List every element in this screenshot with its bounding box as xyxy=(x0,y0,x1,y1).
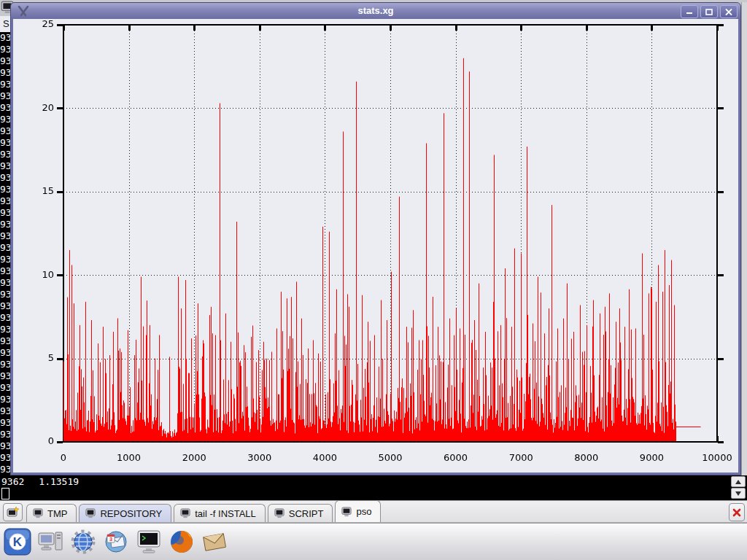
terminal-line: 93 xyxy=(0,55,10,67)
svg-text:3: 3 xyxy=(109,536,113,542)
maximize-button[interactable] xyxy=(700,5,718,18)
chart-canvas xyxy=(13,19,738,472)
desktop: S 93939393939393939393939393939393939393… xyxy=(0,0,747,560)
arrow-down-icon xyxy=(735,491,741,496)
terminal-line: 93 xyxy=(0,265,10,277)
launcher-kmail[interactable] xyxy=(200,527,229,556)
terminal-line: 93 xyxy=(0,277,10,289)
terminal-line: 93 xyxy=(0,160,10,172)
close-session-button[interactable] xyxy=(729,503,745,521)
launcher-konqueror[interactable] xyxy=(69,527,98,556)
terminal-line: 93 xyxy=(0,254,10,265)
arrow-up-icon xyxy=(735,480,741,484)
window-titlebar[interactable]: stats.xg xyxy=(11,3,740,19)
terminal-icon xyxy=(341,507,352,517)
terminal-line: 93 xyxy=(0,289,10,300)
terminal-line: 93 xyxy=(0,312,10,324)
terminal-last-line-value: 1.13519 xyxy=(39,476,79,487)
xgraph-window: stats.xg xyxy=(10,2,741,475)
kicker-panel: K3 Home - MozilGaim [2]Courrier entrpsoT… xyxy=(0,523,747,560)
terminal-output-bottom[interactable]: 93621.13519 xyxy=(0,475,747,500)
tab-tmp[interactable]: TMP xyxy=(26,504,77,522)
terminal-icon xyxy=(274,508,285,518)
terminal-line: 93 xyxy=(0,195,10,207)
launcher-firefox[interactable] xyxy=(167,527,196,556)
terminal-line: 93 xyxy=(0,347,10,359)
window-buttons xyxy=(681,5,738,18)
terminal-line: 93 xyxy=(0,394,10,405)
window-title: stats.xg xyxy=(11,3,740,19)
terminal-line: 93 xyxy=(0,417,10,429)
terminal-line: 93 xyxy=(0,184,10,195)
scroll-down-button[interactable] xyxy=(731,488,746,499)
konsole-right-border xyxy=(741,2,747,475)
tab-label: TMP xyxy=(47,508,67,519)
tab-label: SCRIPT xyxy=(289,508,324,519)
terminal-line: 93 xyxy=(0,242,10,254)
tab-label: tail -f INSTALL xyxy=(195,508,256,519)
terminal-line: 93 xyxy=(0,359,10,370)
tab-script[interactable]: SCRIPT xyxy=(268,504,333,522)
terminal-line: 93 xyxy=(0,114,10,125)
terminal-line: 93 xyxy=(0,335,10,347)
terminal-icon xyxy=(85,508,96,518)
terminal-scrollbar[interactable] xyxy=(731,476,746,499)
terminal-line: 93 xyxy=(0,429,10,440)
terminal-line: 93 xyxy=(0,44,10,55)
terminal-line: 93 xyxy=(0,219,10,230)
svg-text:K: K xyxy=(13,535,23,549)
terminal-last-line-x: 9362 xyxy=(1,476,24,487)
terminal-icon xyxy=(180,508,190,518)
terminal-line: 93 xyxy=(0,172,10,184)
terminal-line: 93 xyxy=(0,149,10,160)
launcher-kmenu[interactable]: K xyxy=(3,527,32,556)
terminal-line: 93 xyxy=(0,125,10,137)
terminal-line: 93 xyxy=(0,79,10,90)
tab-tail-f-install[interactable]: tail -f INSTALL xyxy=(174,504,266,522)
scroll-up-button[interactable] xyxy=(731,476,746,487)
terminal-line: 93 xyxy=(0,32,10,44)
terminal-line: 93 xyxy=(0,370,10,382)
new-tab-button[interactable] xyxy=(3,503,23,521)
terminal-line: 93 xyxy=(0,464,10,475)
terminal-line: 93 xyxy=(0,324,10,335)
tab-label: pso xyxy=(356,506,371,517)
terminal-last-line: 93621.13519 xyxy=(1,476,79,487)
terminal-icon xyxy=(33,508,43,518)
launcher-icons: K3 xyxy=(3,527,229,556)
terminal-line: 93 xyxy=(0,67,10,79)
terminal-line: 93 xyxy=(0,207,10,219)
terminal-line: 93 xyxy=(0,452,10,464)
launcher-konsole[interactable] xyxy=(134,527,163,556)
terminal-line: 93 xyxy=(0,137,10,149)
tab-pso[interactable]: pso xyxy=(335,500,381,522)
terminal-line: 93 xyxy=(0,230,10,242)
tab-label: REPOSITORY xyxy=(100,508,162,519)
launcher-kontact[interactable]: 3 xyxy=(101,527,131,556)
terminal-line: 93 xyxy=(0,440,10,452)
xgraph-plot-area xyxy=(13,19,738,472)
konsole-tabbar: TMPREPOSITORYtail -f INSTALLSCRIPTpso xyxy=(0,500,747,523)
terminal-output-left-sliver[interactable]: 9393939393939393939393939393939393939393… xyxy=(0,32,10,475)
terminal-line: 93 xyxy=(0,102,10,114)
tab-list: TMPREPOSITORYtail -f INSTALLSCRIPTpso xyxy=(26,500,383,522)
terminal-line: 93 xyxy=(0,300,10,312)
close-button[interactable] xyxy=(720,5,738,18)
terminal-cursor xyxy=(1,488,9,499)
tab-repository[interactable]: REPOSITORY xyxy=(79,504,171,522)
terminal-line: 93 xyxy=(0,90,10,102)
minimize-button[interactable] xyxy=(681,5,698,18)
terminal-line: 93 xyxy=(0,405,10,417)
terminal-line: 93 xyxy=(0,382,10,394)
launcher-computer[interactable] xyxy=(36,527,65,556)
